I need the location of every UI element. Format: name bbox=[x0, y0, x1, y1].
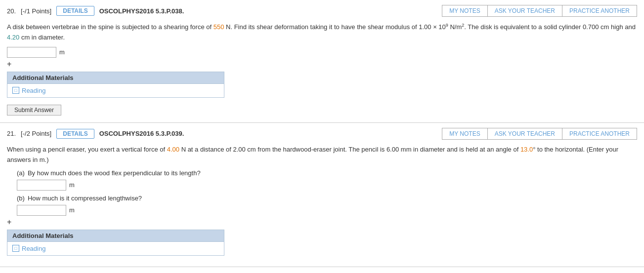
sub-question-21b-input-row: m bbox=[17, 205, 637, 216]
body-highlight-21-angle: 13.0 bbox=[520, 146, 533, 153]
sub-question-21a-unit: m bbox=[69, 181, 75, 189]
question-20-additional-materials-header: Additional Materials bbox=[7, 72, 224, 84]
question-20-header: 20. [-/1 Points] DETAILS OSCOLPHYS2016 5… bbox=[7, 5, 637, 17]
sub-question-21b-unit: m bbox=[69, 206, 75, 214]
my-notes-button-21[interactable]: MY NOTES bbox=[442, 128, 487, 140]
question-21-additional-materials-header: Additional Materials bbox=[7, 230, 224, 242]
sub-question-21b: (b)How much is it compressed lengthwise?… bbox=[17, 195, 637, 216]
question-21-number: 21. bbox=[7, 130, 16, 137]
question-20-input-row: m bbox=[7, 47, 637, 58]
question-21-body: When using a pencil eraser, you exert a … bbox=[7, 145, 637, 165]
question-21-action-buttons: MY NOTES ASK YOUR TEACHER PRACTICE ANOTH… bbox=[442, 128, 637, 140]
question-20-header-left: 20. [-/1 Points] DETAILS OSCOLPHYS2016 5… bbox=[7, 6, 184, 16]
question-21-reading-label: Reading bbox=[22, 245, 45, 252]
question-21-reading-link[interactable]: □ Reading bbox=[12, 245, 219, 252]
question-21-details-button[interactable]: DETAILS bbox=[56, 129, 94, 139]
question-21-header: 21. [-/2 Points] DETAILS OSCOLPHYS2016 5… bbox=[7, 128, 637, 140]
question-20-details-button[interactable]: DETAILS bbox=[56, 6, 94, 16]
question-20-code: OSCOLPHYS2016 5.3.P.038. bbox=[99, 7, 184, 15]
body-text-20-3: cm in diameter. bbox=[19, 34, 65, 41]
question-21-additional-materials-body: □ Reading bbox=[7, 242, 224, 255]
sub-question-21b-input[interactable] bbox=[17, 205, 66, 216]
question-20-additional-materials-body: □ Reading bbox=[7, 84, 224, 97]
ask-teacher-button-20[interactable]: ASK YOUR TEACHER bbox=[487, 5, 562, 17]
question-21: 21. [-/2 Points] DETAILS OSCOLPHYS2016 5… bbox=[0, 123, 644, 267]
question-20-additional-materials: Additional Materials □ Reading bbox=[7, 72, 224, 98]
body-text-21-2: N at a distance of 2.00 cm from the hard… bbox=[179, 146, 520, 153]
body-highlight-20-diameter: 4.20 bbox=[7, 34, 19, 41]
reading-icon-21: □ bbox=[12, 245, 19, 252]
practice-another-button-20[interactable]: PRACTICE ANOTHER bbox=[562, 5, 637, 17]
question-20-number: 20. bbox=[7, 7, 16, 15]
body-text-20-2: N. Find its shear deformation taking it … bbox=[224, 23, 636, 31]
question-20-body: A disk between vertebrae in the spine is… bbox=[7, 22, 637, 43]
sub-question-21b-text: How much is it compressed lengthwise? bbox=[28, 195, 142, 202]
body-highlight-20-force: 550 bbox=[214, 23, 224, 31]
question-20-reading-link[interactable]: □ Reading bbox=[12, 87, 219, 94]
question-20: 20. [-/1 Points] DETAILS OSCOLPHYS2016 5… bbox=[0, 0, 644, 123]
sub-question-21a-label: (a) bbox=[17, 169, 25, 177]
sub-question-21b-label: (b) bbox=[17, 195, 25, 202]
body-text-20-1: A disk between vertebrae in the spine is… bbox=[7, 23, 214, 31]
question-20-submit-row: Submit Answer bbox=[7, 102, 637, 116]
body-highlight-21-force: 4.00 bbox=[167, 146, 179, 153]
sub-question-21a-input-row: m bbox=[17, 180, 637, 191]
question-20-answer-input[interactable] bbox=[7, 47, 56, 58]
reading-icon-20: □ bbox=[12, 87, 19, 94]
question-20-points: [-/1 Points] bbox=[21, 7, 51, 15]
sub-question-21a-input[interactable] bbox=[17, 180, 66, 191]
question-20-plus-toggle[interactable]: + bbox=[7, 60, 637, 69]
question-21-plus-toggle[interactable]: + bbox=[7, 218, 637, 227]
question-21-header-left: 21. [-/2 Points] DETAILS OSCOLPHYS2016 5… bbox=[7, 129, 184, 139]
practice-another-button-21[interactable]: PRACTICE ANOTHER bbox=[562, 128, 637, 140]
sub-question-21a: (a)By how much does the wood flex perpen… bbox=[17, 169, 637, 191]
my-notes-button-20[interactable]: MY NOTES bbox=[442, 5, 487, 17]
question-20-action-buttons: MY NOTES ASK YOUR TEACHER PRACTICE ANOTH… bbox=[442, 5, 637, 17]
body-text-21-1: When using a pencil eraser, you exert a … bbox=[7, 146, 167, 153]
question-20-reading-label: Reading bbox=[22, 87, 45, 94]
question-21-points: [-/2 Points] bbox=[21, 130, 51, 137]
ask-teacher-button-21[interactable]: ASK YOUR TEACHER bbox=[487, 128, 562, 140]
submit-answer-button-20[interactable]: Submit Answer bbox=[7, 105, 61, 116]
question-21-additional-materials: Additional Materials □ Reading bbox=[7, 230, 224, 256]
sub-question-21a-text: By how much does the wood flex perpendic… bbox=[28, 169, 201, 177]
question-21-code: OSCOLPHYS2016 5.3.P.039. bbox=[99, 130, 184, 137]
question-20-unit: m bbox=[59, 48, 65, 56]
